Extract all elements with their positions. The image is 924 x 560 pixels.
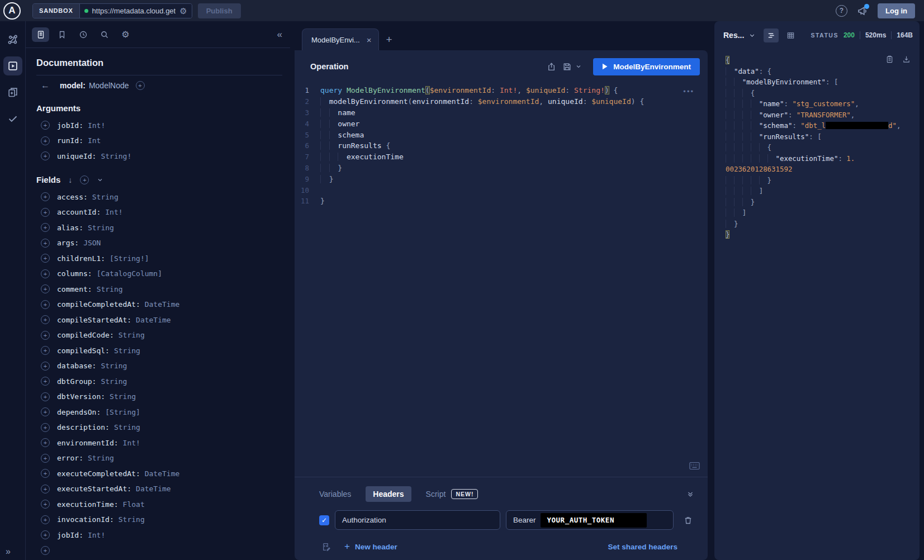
add-to-query-icon[interactable]: + — [41, 269, 50, 278]
sort-fields-icon[interactable]: ↓ — [68, 175, 72, 184]
field-type[interactable]: DateTime — [136, 316, 171, 324]
field-name[interactable]: runId: — [57, 136, 83, 145]
field-row[interactable]: +alias:String — [36, 223, 282, 232]
argument-row[interactable]: +jobId:Int! — [36, 121, 282, 130]
field-type[interactable]: [String] — [105, 408, 140, 416]
field-type[interactable]: String! — [101, 152, 131, 160]
field-name[interactable]: database: — [57, 362, 96, 370]
close-tab-icon[interactable]: × — [367, 35, 372, 45]
field-type[interactable]: String — [114, 347, 140, 355]
add-to-query-icon[interactable]: + — [41, 151, 50, 160]
code-line[interactable]: 9 } — [295, 173, 708, 184]
add-to-query-icon[interactable]: + — [41, 331, 50, 340]
field-row[interactable]: +comment:String — [36, 284, 282, 293]
code-line[interactable]: 7 executionTime — [295, 151, 708, 163]
argument-row[interactable]: +uniqueId:String! — [36, 151, 282, 160]
field-row[interactable]: +compileStartedAt:DateTime — [36, 315, 282, 324]
add-to-query-icon[interactable]: + — [41, 485, 50, 493]
collapse-bottom-panel-button[interactable] — [686, 490, 694, 498]
add-field-to-query-icon[interactable]: + — [136, 81, 145, 90]
collapse-docs-panel-button[interactable]: « — [277, 29, 285, 40]
field-type[interactable]: String — [88, 454, 114, 462]
new-header-button[interactable]: + New header — [344, 541, 397, 552]
code-line[interactable]: 3 name — [295, 107, 708, 118]
add-to-query-icon[interactable]: + — [41, 392, 50, 401]
field-row[interactable]: +childrenL1:[String!] — [36, 254, 282, 263]
field-name[interactable]: executeCompletedAt: — [57, 469, 140, 478]
field-row[interactable]: +executeCompletedAt:DateTime — [36, 469, 282, 478]
field-type[interactable]: Int! — [105, 208, 122, 216]
field-type[interactable]: String — [101, 377, 127, 386]
field-name[interactable]: childrenL1: — [57, 254, 105, 263]
preflight-script-icon[interactable] — [321, 542, 331, 552]
add-to-query-icon[interactable]: + — [41, 407, 50, 416]
code-line[interactable]: 11} — [295, 196, 708, 207]
field-row[interactable]: +jobId:Int! — [36, 530, 282, 539]
expand-rail-button[interactable]: » — [6, 547, 11, 557]
search-button[interactable] — [96, 27, 113, 42]
field-row[interactable]: +columns:[CatalogColumn] — [36, 269, 282, 278]
add-all-fields-icon[interactable]: + — [80, 175, 89, 184]
field-type[interactable]: DateTime — [145, 300, 180, 309]
add-to-query-icon[interactable]: + — [41, 515, 50, 524]
add-to-query-icon[interactable]: + — [41, 208, 50, 217]
field-name[interactable]: uniqueId: — [57, 152, 96, 160]
field-name[interactable]: invocationId: — [57, 515, 114, 524]
field-name[interactable]: compiledCode: — [57, 331, 114, 339]
add-to-query-icon[interactable]: + — [41, 530, 50, 539]
editor-options-menu[interactable]: ••• — [683, 87, 694, 96]
operation-tab[interactable]: ModelByEnvi... × — [302, 29, 379, 50]
save-operation-button[interactable] — [562, 62, 572, 72]
code-line[interactable]: 10 — [295, 184, 708, 196]
add-to-query-icon[interactable]: + — [41, 284, 50, 293]
response-table-view-button[interactable] — [783, 29, 798, 42]
field-type[interactable]: String — [88, 224, 114, 232]
code-line[interactable]: 6 runResults { — [295, 140, 708, 151]
endpoint-url[interactable]: https://metadata.cloud.get — [92, 7, 176, 15]
field-type[interactable]: DateTime — [145, 469, 180, 478]
add-to-query-icon[interactable]: + — [41, 254, 50, 263]
field-name[interactable]: compileStartedAt: — [57, 316, 131, 324]
breadcrumb-type-link[interactable]: ModelNode — [89, 81, 129, 90]
field-row[interactable]: +compileCompletedAt:DateTime — [36, 300, 282, 309]
add-to-query-icon[interactable]: + — [41, 362, 50, 371]
field-name[interactable]: jobId: — [57, 531, 83, 539]
field-name[interactable]: access: — [57, 193, 88, 201]
help-icon[interactable]: ? — [836, 5, 847, 17]
field-row[interactable]: +error:String — [36, 454, 282, 463]
field-type[interactable]: String — [101, 362, 127, 370]
field-row[interactable]: +compiledCode:String — [36, 331, 282, 340]
argument-row[interactable]: +runId:Int — [36, 136, 282, 145]
add-to-query-icon[interactable]: + — [41, 346, 50, 355]
field-name[interactable]: dependsOn: — [57, 408, 101, 416]
response-view-chevron-icon[interactable] — [748, 32, 756, 39]
add-to-query-icon[interactable]: + — [41, 239, 50, 248]
add-to-query-icon[interactable]: + — [41, 423, 50, 432]
keyboard-shortcuts-icon[interactable] — [689, 462, 700, 470]
endpoint-url-box[interactable]: https://metadata.cloud.get ⚙ — [80, 4, 192, 18]
code-line[interactable]: 8 } — [295, 163, 708, 174]
field-type[interactable]: String — [119, 331, 145, 339]
field-name[interactable]: compiledSql: — [57, 347, 110, 355]
sidebar-item-schema-graph[interactable] — [3, 30, 22, 49]
header-value-input[interactable]: Bearer YOUR_AUTH_TOKEN — [506, 510, 674, 530]
field-type[interactable]: [String!] — [110, 254, 149, 263]
field-row[interactable]: +dbtVersion:String — [36, 392, 282, 401]
sidebar-item-explorer[interactable] — [3, 56, 22, 75]
field-name[interactable]: compileCompletedAt: — [57, 300, 140, 309]
field-row[interactable]: +environmentId:Int! — [36, 438, 282, 447]
field-type[interactable]: DateTime — [136, 485, 171, 493]
field-row[interactable]: +args:JSON — [36, 239, 282, 248]
field-row[interactable]: +executionTime:Float — [36, 500, 282, 509]
field-name[interactable]: description: — [57, 423, 110, 431]
add-to-query-icon[interactable]: + — [41, 438, 50, 447]
new-tab-button[interactable]: + — [386, 34, 392, 46]
add-to-query-icon[interactable]: + — [41, 136, 50, 145]
add-to-query-icon[interactable]: + — [41, 546, 50, 555]
field-name[interactable]: accountId: — [57, 208, 101, 216]
field-type[interactable]: String — [110, 392, 136, 401]
field-name[interactable]: error: — [57, 454, 83, 462]
copy-response-button[interactable] — [885, 55, 894, 64]
tab-headers[interactable]: Headers — [366, 486, 411, 502]
field-type[interactable]: String — [97, 285, 123, 293]
